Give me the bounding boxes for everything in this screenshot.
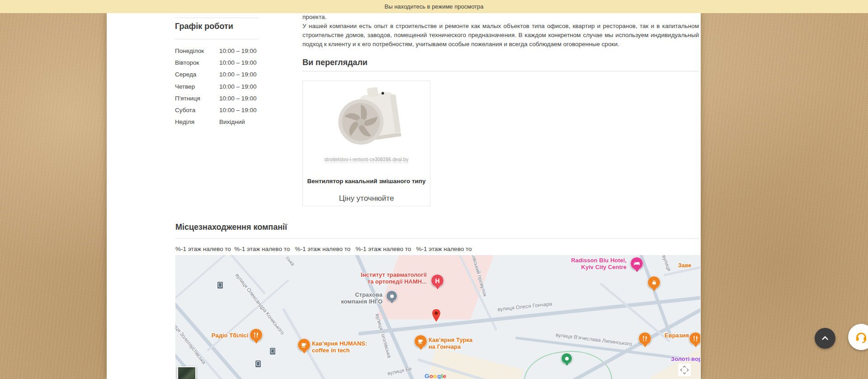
clipped-paragraph-end: проекта. (302, 14, 326, 20)
schedule-day: П'ятниця (175, 95, 200, 102)
location-section-divider (175, 238, 699, 239)
street-label: вулиця (661, 255, 672, 272)
restaurant-marker[interactable] (638, 332, 651, 345)
shopping-bag-icon (651, 280, 657, 286)
ingo-marker[interactable] (386, 290, 397, 302)
schedule-day: Субота (175, 107, 195, 114)
schedule-row: Вівторок10:00 – 19:00 (175, 57, 259, 68)
transit-stop-icon[interactable] (269, 347, 276, 355)
product-image[interactable] (321, 86, 411, 155)
poi-label-zoloti-vorota: Золоті вор (671, 355, 700, 362)
product-card[interactable]: stroitelstvo-i-remont-ce308286.deal.by В… (302, 81, 430, 206)
work-schedule: Понеділок10:00 – 19:00 Вівторок10:00 – 1… (175, 45, 259, 128)
cafe-marker-turka[interactable] (414, 335, 427, 348)
schedule-row: НеділяВихідний (175, 116, 259, 128)
product-price: Ціну уточнюйте (303, 194, 430, 203)
schedule-hours: 10:00 – 19:00 (219, 47, 257, 54)
map-pan-control[interactable] (678, 364, 691, 376)
restaurant-marker-evrazia[interactable] (689, 332, 700, 345)
viewed-section-title: Ви переглядали (302, 58, 368, 67)
schedule-hours: Вихідний (219, 118, 245, 125)
satellite-view-thumbnail[interactable] (177, 366, 196, 379)
street-label: вулиця Олеся Гончара (497, 301, 552, 312)
map-pin-icon (431, 308, 441, 322)
about-paragraph: У нашей компании есть опыт в строительст… (302, 22, 699, 49)
schedule-day: Неділя (175, 118, 194, 125)
schedule-day: Понеділок (175, 47, 204, 54)
image-watermark: stroitelstvo-i-remont-ce308286.deal.by (303, 156, 430, 162)
map-road (220, 255, 266, 294)
park-marker[interactable] (561, 353, 572, 364)
shop-marker[interactable] (647, 276, 660, 289)
hotel-marker[interactable] (630, 257, 643, 270)
schedule-hours: 10:00 – 19:00 (219, 71, 257, 78)
schedule-day: Четвер (175, 83, 195, 90)
fork-knife-icon (253, 332, 259, 338)
duct-fan-image (321, 86, 411, 155)
schedule-day: Вівторок (175, 59, 199, 66)
poi-label-radisson: Radisson Blu Hotel, Kyiv City Centre (558, 257, 627, 270)
company-location-pin[interactable] (431, 308, 441, 324)
poi-label-evrazia: Евразия (665, 332, 689, 339)
support-chat-button[interactable] (848, 324, 868, 350)
fork-knife-icon (693, 336, 699, 342)
fork-knife-icon (642, 336, 648, 342)
view-mode-banner-text: Вы находитесь в режиме просмотра (385, 3, 484, 10)
address-note: %-1 этаж налево то %-1 этаж налево то %-… (175, 246, 472, 252)
hospital-marker[interactable]: H (431, 274, 444, 287)
scroll-to-top-button[interactable] (815, 328, 835, 349)
schedule-row: Субота10:00 – 19:00 (175, 104, 259, 116)
chevron-up-icon (820, 333, 830, 343)
google-logo[interactable]: Google (425, 373, 446, 379)
street-label: ська (285, 255, 296, 267)
schedule-hours: 10:00 – 19:00 (219, 59, 257, 66)
coffee-cup-icon (301, 341, 307, 348)
cafe-marker-humans[interactable] (297, 338, 311, 351)
headset-icon (854, 330, 868, 344)
poi-label-zave: Заве (678, 262, 691, 269)
product-name-link[interactable]: Вентилятор канальний змішаного типу (303, 178, 430, 185)
schedule-hours: 10:00 – 19:00 (219, 83, 257, 90)
view-mode-banner: Вы находитесь в режиме просмотра (0, 0, 868, 13)
sidebar-divider-top (175, 18, 259, 18)
schedule-row: Середа10:00 – 19:00 (175, 69, 259, 81)
schedule-row: Понеділок10:00 – 19:00 (175, 45, 259, 57)
viewed-section-divider (302, 71, 699, 71)
location-section-title: Місцезнаходження компанії (175, 223, 287, 232)
street-label: вулиця Олександра Кониського (235, 272, 286, 336)
poi-label-turka: Кав'ярня Турка на Гончара (429, 336, 472, 350)
poi-label-institute: Інститут травматології та ортопедії НАМН… (356, 271, 427, 285)
schedule-hours: 10:00 – 19:00 (219, 95, 257, 102)
poi-label-radio-tbilisi: Радіо Тбілісі (212, 332, 248, 339)
schedule-day: Середа (175, 71, 196, 78)
schedule-row: Четвер10:00 – 19:00 (175, 81, 259, 92)
schedule-row: П'ятниця10:00 – 19:00 (175, 92, 259, 104)
map-road (599, 283, 670, 342)
coffee-cup-icon (417, 338, 424, 345)
bed-icon (633, 260, 640, 267)
poi-label-ingo: Страхова компанія ІНГО (335, 291, 382, 305)
schedule-title: Графік роботи (175, 22, 233, 31)
move-arrows-icon (680, 365, 689, 374)
schedule-hours: 10:00 – 19:00 (219, 107, 257, 114)
map-commercial-area (642, 313, 700, 379)
poi-label-humans: Кав'ярня HUMANS: coffee in tech (312, 340, 367, 354)
transit-stop-icon[interactable] (217, 281, 223, 289)
schedule-divider (175, 39, 259, 39)
transit-stop-icon[interactable] (255, 360, 261, 368)
google-map[interactable]: вулиця Олександра Кониського вулиця Золо… (175, 255, 700, 379)
restaurant-marker-tbilisi[interactable] (250, 328, 263, 341)
